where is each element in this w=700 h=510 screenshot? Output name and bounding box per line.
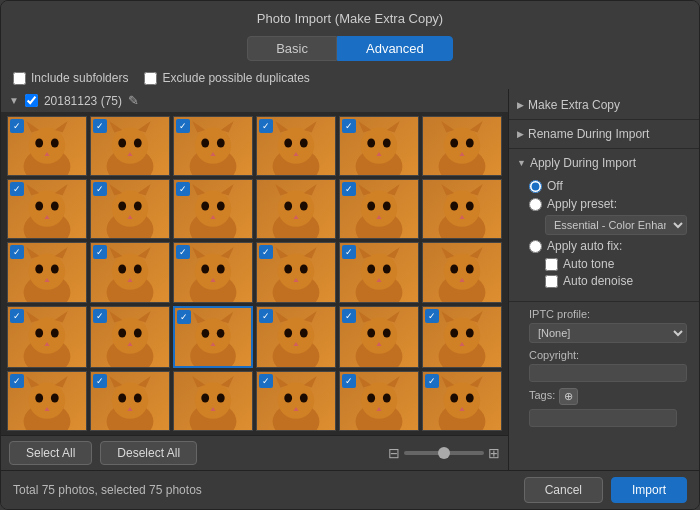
photo-thumb[interactable]: ✓2015-08-18 23:3... (7, 371, 87, 431)
photo-thumb[interactable]: ✓2015-08-18 23:3... (339, 306, 419, 368)
apply-preset-radio-label[interactable]: Apply preset: (529, 197, 687, 211)
photo-thumb[interactable]: ✓2015-08-18 23:3... (256, 116, 336, 176)
folder-checkbox[interactable] (25, 94, 38, 107)
svg-point-85 (367, 202, 375, 211)
photo-checkmark: ✓ (10, 245, 24, 259)
photo-thumb[interactable]: ✓2015-08-18 23:3... (339, 371, 419, 431)
photo-thumb[interactable]: 2015-08-18 23:3... (422, 242, 502, 302)
auto-denoise-checkbox[interactable] (545, 275, 558, 288)
svg-point-230 (383, 393, 391, 402)
make-extra-copy-header[interactable]: ▶ Make Extra Copy (509, 93, 699, 117)
photo-thumb[interactable]: ✓2015-08-18 23:3... (173, 306, 253, 368)
svg-point-106 (112, 254, 148, 290)
svg-point-166 (217, 329, 225, 338)
photo-thumb[interactable]: ✓2015-08-18 23:3... (90, 179, 170, 239)
svg-point-210 (195, 382, 231, 418)
photo-thumb[interactable]: ✓2015-08-18 23:3... (256, 371, 336, 431)
svg-point-186 (444, 317, 480, 353)
photo-thumb[interactable]: ✓2015-08-18 23:3... (173, 242, 253, 302)
apply-auto-fix-radio[interactable] (529, 240, 542, 253)
svg-point-118 (217, 265, 225, 274)
svg-point-237 (450, 393, 458, 402)
rename-arrow: ▶ (517, 129, 524, 139)
select-all-button[interactable]: Select All (9, 441, 92, 465)
svg-point-226 (361, 382, 397, 418)
auto-tone-checkbox[interactable] (545, 258, 558, 271)
iptc-section: IPTC profile: [None] Copyright: Tags: ⊕ (509, 304, 699, 435)
svg-point-61 (118, 202, 126, 211)
photo-checkmark: ✓ (10, 374, 24, 388)
apply-preset-radio[interactable] (529, 198, 542, 211)
iptc-dropdown[interactable]: [None] (529, 323, 687, 343)
photo-thumb[interactable]: ✓2015-08-18 23:3... (339, 179, 419, 239)
copyright-input[interactable] (529, 364, 687, 382)
folder-header: ▼ 20181123 (75) ✎ (1, 89, 508, 112)
apply-during-import-header[interactable]: ▼ Apply During Import (509, 151, 699, 175)
photo-thumb[interactable]: ✓2015-08-18 23:3... (339, 242, 419, 302)
photo-thumb[interactable]: ✓2015-08-18 23:3... (173, 116, 253, 176)
photo-checkmark: ✓ (93, 374, 107, 388)
photo-thumb[interactable]: ✓2015-08-18 23:3... (256, 242, 336, 302)
photo-thumb[interactable]: ✓2015-08-18 23:3... (7, 179, 87, 239)
photo-checkmark: ✓ (93, 309, 107, 323)
deselect-all-button[interactable]: Deselect All (100, 441, 197, 465)
off-label: Off (547, 179, 563, 193)
photo-thumb[interactable]: ✓2015-08-18 23:3... (90, 116, 170, 176)
svg-point-189 (450, 328, 458, 337)
photo-checkmark: ✓ (176, 182, 190, 196)
photo-thumb[interactable]: ✓2015-08-18 23:3... (173, 179, 253, 239)
svg-point-190 (466, 328, 474, 337)
photo-thumb[interactable]: ✓2015-08-18 23:3... (90, 371, 170, 431)
photo-checkmark: ✓ (10, 182, 24, 196)
tab-basic[interactable]: Basic (247, 36, 337, 61)
exclude-duplicates-checkbox[interactable] (144, 72, 157, 85)
svg-point-10 (112, 127, 148, 163)
svg-point-69 (201, 202, 209, 211)
svg-point-117 (201, 265, 209, 274)
zoom-controls: ⊟ ⊞ (388, 445, 500, 461)
photo-thumb[interactable]: 2015-08-18 23:3... (173, 371, 253, 431)
zoom-in-icon[interactable]: ⊞ (488, 445, 500, 461)
edit-icon[interactable]: ✎ (128, 93, 139, 108)
right-panel: ▶ Make Extra Copy ▶ Rename During Import… (509, 89, 699, 470)
zoom-out-icon[interactable]: ⊟ (388, 445, 400, 461)
svg-point-38 (383, 138, 391, 147)
photo-thumb[interactable]: 2015-08-18 23:3... (256, 179, 336, 239)
svg-point-46 (466, 138, 474, 147)
svg-point-165 (202, 329, 210, 338)
tab-advanced[interactable]: Advanced (337, 36, 453, 61)
photo-thumb[interactable]: ✓2015-08-18 23:3... (7, 242, 87, 302)
photo-thumb[interactable]: ✓2015-08-18 23:3... (7, 306, 87, 368)
preset-dropdown[interactable]: Essential - Color Enhancement (545, 215, 687, 235)
photo-thumb[interactable]: 2015-08-18 23:3... (422, 179, 502, 239)
import-button[interactable]: Import (611, 477, 687, 503)
include-subfolders-checkbox[interactable] (13, 72, 26, 85)
tag-add-button[interactable]: ⊕ (559, 388, 578, 405)
svg-point-170 (278, 317, 314, 353)
photo-thumb[interactable]: 2015-08-18 23:3... (422, 116, 502, 176)
left-panel: ▼ 20181123 (75) ✎ ✓2015-08-18 23:3...✓20… (1, 89, 509, 470)
apply-auto-fix-radio-label[interactable]: Apply auto fix: (529, 239, 687, 253)
photo-thumb[interactable]: ✓2015-08-18 23:3... (422, 371, 502, 431)
photo-thumb[interactable]: ✓2015-08-18 23:3... (422, 306, 502, 368)
photo-thumb[interactable]: ✓2015-08-18 23:3... (256, 306, 336, 368)
tags-input[interactable] (529, 409, 677, 427)
photo-thumb[interactable]: ✓2015-08-18 23:3... (339, 116, 419, 176)
divider-1 (509, 119, 699, 120)
cancel-button[interactable]: Cancel (524, 477, 603, 503)
exclude-duplicates-label[interactable]: Exclude possible duplicates (144, 71, 309, 85)
make-extra-copy-arrow: ▶ (517, 100, 524, 110)
photo-thumb[interactable]: ✓2015-08-18 23:3... (7, 116, 87, 176)
off-radio[interactable] (529, 180, 542, 193)
photo-thumb[interactable]: ✓2015-08-18 23:3... (90, 306, 170, 368)
svg-point-162 (195, 318, 230, 353)
include-subfolders-label[interactable]: Include subfolders (13, 71, 128, 85)
rename-during-import-header[interactable]: ▶ Rename During Import (509, 122, 699, 146)
divider-3 (509, 301, 699, 302)
apply-preset-label: Apply preset: (547, 197, 617, 211)
zoom-slider[interactable] (404, 451, 484, 455)
folder-name: 20181123 (75) (44, 94, 122, 108)
off-radio-label[interactable]: Off (529, 179, 687, 193)
svg-point-18 (195, 127, 231, 163)
photo-thumb[interactable]: ✓2015-08-18 23:3... (90, 242, 170, 302)
